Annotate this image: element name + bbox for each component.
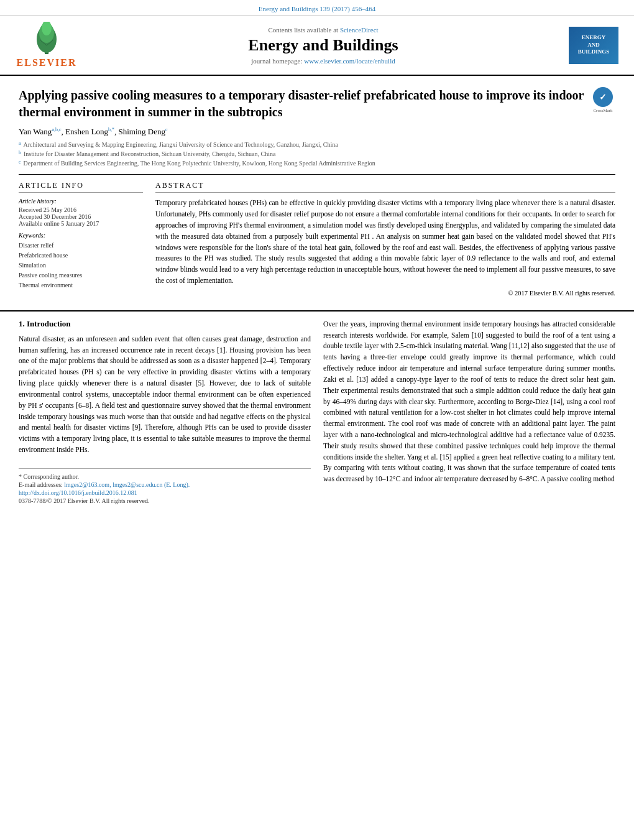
- crossmark-icon: ✓: [593, 87, 613, 107]
- affiliation-a: a Architectural and Surveying & Mapping …: [19, 140, 615, 149]
- main-content: Applying passive cooling measures to a t…: [0, 76, 634, 303]
- abstract-section: ABSTRACT Temporary prefabricated houses …: [155, 181, 615, 297]
- author2-sup: b,*: [108, 127, 114, 132]
- paper-title-section: Applying passive cooling measures to a t…: [19, 87, 615, 121]
- copyright-text: © 2017 Elsevier B.V. All rights reserved…: [155, 290, 615, 297]
- journal-header-center: Contents lists available at ScienceDirec…: [81, 26, 566, 65]
- article-history: Article history: Received 25 May 2016 Ac…: [19, 198, 143, 227]
- email-addresses[interactable]: lmges2@163.com, lmges2@scu.edu.cn (E. Lo…: [64, 481, 190, 488]
- footnote-section: * Corresponding author. E-mail addresses…: [19, 468, 311, 504]
- energy-buildings-logo: ENERGYANDBUILDINGS: [569, 27, 618, 64]
- affiliation-b-text: Institute for Disaster Management and Re…: [24, 149, 275, 159]
- elsevier-tree-icon: [22, 22, 71, 56]
- homepage-url[interactable]: www.elsevier.com/locate/enbuild: [304, 57, 395, 65]
- keyword-1: Disaster relief: [19, 241, 143, 251]
- article-info-panel: ARTICLE INFO Article history: Received 2…: [19, 181, 143, 297]
- journal-header: ELSEVIER Contents lists available at Sci…: [0, 16, 634, 76]
- section-divider: [0, 310, 634, 312]
- keywords-label: Keywords:: [19, 232, 143, 239]
- elsevier-logo: ELSEVIER: [12, 22, 81, 68]
- keywords-section: Keywords: Disaster relief Prefabricated …: [19, 232, 143, 290]
- journal-homepage: journal homepage: www.elsevier.com/locat…: [81, 57, 566, 65]
- affiliation-a-text: Architectural and Surveying & Mapping En…: [24, 140, 338, 149]
- email-label: E-mail addresses:: [19, 481, 63, 488]
- keyword-4: Passive cooling measures: [19, 270, 143, 280]
- sciencedirect-anchor[interactable]: ScienceDirect: [340, 26, 379, 34]
- keyword-3: Simulation: [19, 261, 143, 270]
- affiliation-c: c Department of Building Services Engine…: [19, 159, 615, 168]
- journal-reference-bar: Energy and Buildings 139 (2017) 456–464: [0, 0, 634, 16]
- article-info-abstract-section: ARTICLE INFO Article history: Received 2…: [19, 174, 615, 297]
- intro-number: 1.: [19, 319, 25, 328]
- author3-name: , Shiming Deng: [114, 127, 165, 136]
- authors-line: Yan Wanga,b,c, Enshen Longb,*, Shiming D…: [19, 127, 615, 137]
- available-date: Available online 5 January 2017: [19, 220, 143, 227]
- keywords-list: Disaster relief Prefabricated house Simu…: [19, 241, 143, 290]
- affiliation-c-text: Department of Building Services Engineer…: [24, 159, 375, 168]
- email-line: E-mail addresses: lmges2@163.com, lmges2…: [19, 481, 311, 488]
- author2-name: , Enshen Long: [61, 127, 108, 136]
- doi-line: http://dx.doi.org/10.1016/j.enbuild.2016…: [19, 489, 311, 496]
- intro-paragraph-1: Natural disaster, as an unforeseen and s…: [19, 334, 311, 456]
- paper-title: Applying passive cooling measures to a t…: [19, 87, 584, 121]
- intro-section-title: 1. Introduction: [19, 319, 311, 329]
- sciencedirect-link[interactable]: Contents lists available at ScienceDirec…: [81, 26, 566, 34]
- rights-line: 0378-7788/© 2017 Elsevier B.V. All right…: [19, 497, 311, 504]
- eb-logo-container: ENERGYANDBUILDINGS: [566, 27, 622, 64]
- article-info-title: ARTICLE INFO: [19, 181, 143, 193]
- corresponding-author-note: * Corresponding author.: [19, 473, 311, 480]
- body-left-column: 1. Introduction Natural disaster, as an …: [19, 319, 311, 504]
- author1-name: Yan Wang: [19, 127, 52, 136]
- journal-ref-text: Energy and Buildings 139 (2017) 456–464: [259, 5, 375, 12]
- author1-sup: a,b,c: [52, 127, 61, 132]
- affiliations: a Architectural and Surveying & Mapping …: [19, 140, 615, 168]
- keyword-2: Prefabricated house: [19, 251, 143, 261]
- history-label: Article history:: [19, 198, 143, 205]
- accepted-date: Accepted 30 December 2016: [19, 213, 143, 220]
- body-right-column: Over the years, improving thermal enviro…: [323, 319, 615, 504]
- crossmark-label: CrossMark: [593, 108, 612, 113]
- journal-title: Energy and Buildings: [81, 36, 566, 55]
- affiliation-b: b Institute for Disaster Management and …: [19, 149, 615, 159]
- eb-logo-text: ENERGYANDBUILDINGS: [578, 34, 610, 56]
- doi-link[interactable]: http://dx.doi.org/10.1016/j.enbuild.2016…: [19, 489, 137, 496]
- elsevier-brand-label: ELSEVIER: [17, 57, 77, 68]
- intro-title: Introduction: [27, 319, 71, 328]
- abstract-title: ABSTRACT: [155, 181, 615, 193]
- body-content: 1. Introduction Natural disaster, as an …: [0, 319, 634, 504]
- keyword-5: Thermal environment: [19, 280, 143, 290]
- intro-paragraph-right: Over the years, improving thermal enviro…: [323, 319, 615, 485]
- received-date: Received 25 May 2016: [19, 206, 143, 213]
- crossmark-badge: ✓ CrossMark: [590, 87, 615, 113]
- author3-sup: c: [165, 127, 168, 132]
- abstract-text: Temporary prefabricated houses (PHs) can…: [155, 198, 615, 287]
